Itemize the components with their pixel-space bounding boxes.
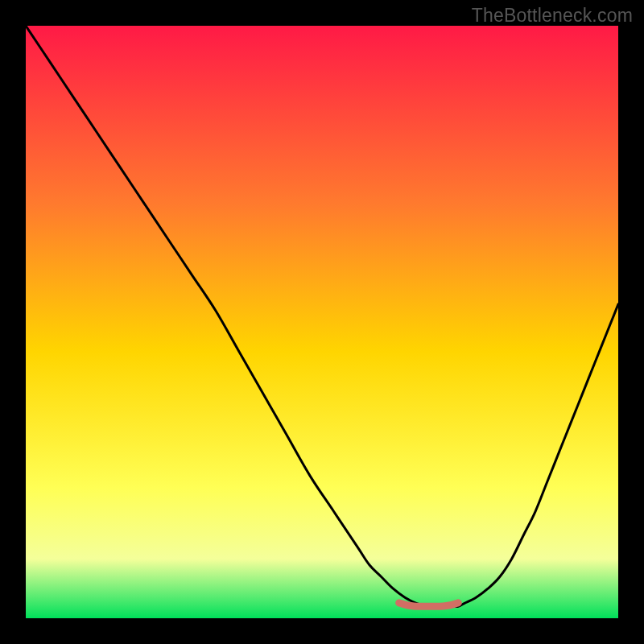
plot-area bbox=[26, 26, 618, 618]
trough-marker bbox=[399, 603, 459, 606]
chart-svg bbox=[26, 26, 618, 618]
watermark-text: TheBottleneck.com bbox=[472, 5, 633, 27]
gradient-background bbox=[26, 26, 618, 618]
chart-frame: TheBottleneck.com bbox=[0, 0, 644, 644]
